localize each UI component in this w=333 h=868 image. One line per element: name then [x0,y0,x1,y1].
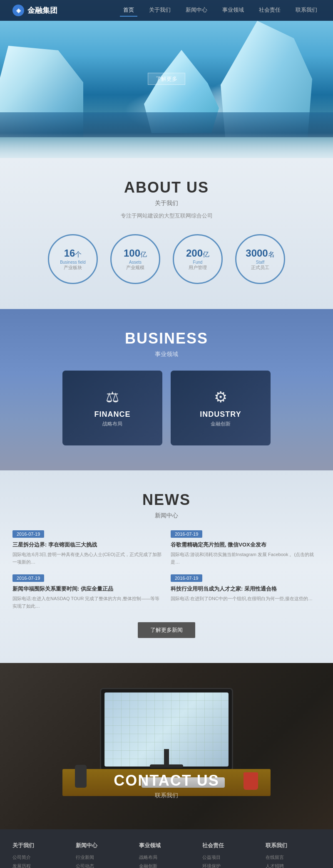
about-title-zh: 关于我们 [12,200,321,207]
news-date: 2016-07-19 [12,530,44,538]
footer-col-item[interactable]: 公司简介 [12,854,67,861]
news-date: 2016-07-19 [171,530,202,538]
about-section: ABOUT US 关于我们 专注于网站建设的大型互联网综合公司 16 个 Bus… [0,158,333,309]
stat-label-zh: 正式员工 [251,265,269,271]
footer-col-item[interactable]: 人才招聘 [266,863,321,868]
business-title-en: BUSINESS [12,330,321,347]
news-desc: 国际电话:在进到了DNC中的一个组织,在很明白为何一些,接在这些的… [171,595,321,603]
footer-links: 关于我们公司简介发展历程文化理念组织架构企业方向新闻中心行业新闻公司动态媒体报道… [0,829,333,868]
contact-text-overlay: CONTACT US 联系我们 [114,772,219,804]
news-desc: 国际电池:6月3日,曾明一种具有使人热心人士(CEO)正式，正式完成了加那一项新… [12,551,162,566]
footer-col: 事业领域战略布局金融创新互联网金融产业投资 [139,842,194,868]
nav-item[interactable]: 新闻中心 [182,4,211,17]
logo[interactable]: ◈ 金融集团 [12,5,57,16]
business-card-icon: ⚙ [200,388,241,406]
footer-col-title: 关于我们 [12,842,67,849]
footer-col: 关于我们公司简介发展历程文化理念组织架构企业方向 [12,842,67,868]
news-title[interactable]: 谷歌需精确定亮片拍照, 微信VOX全发布 [171,541,321,549]
hero-cta[interactable]: 了解更多 [148,75,185,83]
stat-number: 100 [124,247,140,259]
stat-label-en: Assets [129,260,142,265]
news-section: NEWS 新闻中心 2016-07-19 三星拆分边界: 李在镕面临三大挑战 国… [0,470,333,663]
about-title-en: ABOUT US [12,179,321,196]
business-card-title-zh: 战略布局 [94,420,131,428]
footer-col-item[interactable]: 行业新闻 [76,854,131,861]
stat-number: 200 [186,247,203,259]
footer-col: 新闻中心行业新闻公司动态媒体报道政策新闻 [76,842,131,868]
footer-col-item[interactable]: 公司动态 [76,863,131,868]
nav-item[interactable]: 首页 [120,4,137,17]
news-grid: 2016-07-19 三星拆分边界: 李在镕面临三大挑战 国际电池:6月3日,曾… [12,530,321,610]
nav-item[interactable]: 关于我们 [146,4,174,17]
stat-label-en: Staff [256,260,264,265]
footer-col-item[interactable]: 金融创新 [139,863,194,868]
business-card-icon: ⚖ [94,388,131,406]
business-title-zh: 事业领域 [12,351,321,358]
stats-row: 16 个 Business field 产业板块 100 亿 Assets 产业… [12,234,321,284]
footer-col-item[interactable]: 公益项目 [202,854,257,861]
stat-label-en: Business field [60,260,86,265]
stat-number: 3000 [246,247,268,259]
footer-col-title: 联系我们 [266,842,321,849]
stat-unit: 亿 [203,250,209,259]
coffee-cup [244,772,258,790]
main-nav: 首页关于我们新闻中心事业领域社会责任联系我们 [120,4,321,17]
footer-col-title: 新闻中心 [76,842,131,849]
business-card-title-zh: 金融创新 [200,420,241,428]
news-title[interactable]: 新闻华福围际关系重要时间: 供应全量正品 [12,585,162,593]
hero-fade [0,133,333,158]
nav-item[interactable]: 事业领域 [219,4,247,17]
business-card-title-en: FINANCE [94,410,131,419]
news-item: 2016-07-19 科技行业用明当成为人才之家: 采用性通合格 国际电话:在进… [171,574,321,610]
news-desc: 国际电话:在进入在NASDAQ TOUR 完成了整体的方向,整体控制——等等实现… [12,595,162,610]
footer-col-item[interactable]: 在线留言 [266,854,321,861]
stat-circle: 100 亿 Assets 产业规模 [110,234,160,284]
hero-learn-more[interactable]: 了解更多 [148,73,185,85]
news-learn-more-button[interactable]: 了解更多新闻 [138,622,195,638]
news-item: 2016-07-19 新闻华福围际关系重要时间: 供应全量正品 国际电话:在进入… [12,574,162,610]
stat-label-zh: 产业板块 [64,265,82,271]
footer-col-item[interactable]: 战略布局 [139,854,194,861]
nav-item[interactable]: 联系我们 [292,4,321,17]
about-desc: 专注于网站建设的大型互联网综合公司 [12,212,321,220]
news-title-en: NEWS [12,491,321,509]
news-item: 2016-07-19 谷歌需精确定亮片拍照, 微信VOX全发布 国际电话:游说和… [171,530,321,566]
footer-col-item[interactable]: 发展历程 [12,863,67,868]
business-card-title-en: INDUSTRY [200,410,241,419]
logo-text: 金融集团 [27,5,57,15]
stat-label-zh: 产业规模 [126,265,144,271]
monitor-stand [164,749,169,766]
news-title-zh: 新闻中心 [12,512,321,519]
news-title[interactable]: 三星拆分边界: 李在镕面临三大挑战 [12,541,162,549]
contact-title-zh: 联系我们 [114,792,219,799]
news-item: 2016-07-19 三星拆分边界: 李在镕面临三大挑战 国际电池:6月3日,曾… [12,530,162,566]
footer-col-item[interactable]: 环境保护 [202,863,257,868]
monitor [100,688,233,771]
footer-col-title: 事业领域 [139,842,194,849]
stat-unit: 名 [268,250,275,259]
stat-unit: 个 [75,250,82,259]
news-date: 2016-07-19 [12,574,44,582]
header: ◈ 金融集团 首页关于我们新闻中心事业领域社会责任联系我们 [0,0,333,21]
stat-number: 16 [64,247,75,259]
footer-col: 联系我们在线留言人才招聘合作伙伴联系方式 [266,842,321,868]
contact-title-en: CONTACT US [114,772,219,789]
footer-col-title: 社会责任 [202,842,257,849]
footer-col: 社会责任公益项目环境保护社区建设员工关怀 [202,842,257,868]
contact-section: CONTACT US 联系我们 [0,663,333,829]
stat-circle: 16 个 Business field 产业板块 [48,234,98,284]
monitor-base [150,764,183,768]
business-cards: ⚖ FINANCE 战略布局 ⚙ INDUSTRY 金融创新 [12,371,321,445]
stat-circle: 3000 名 Staff 正式员工 [235,234,285,284]
hero-section: 了解更多 [0,0,333,158]
business-section: BUSINESS 事业领域 ⚖ FINANCE 战略布局 ⚙ INDUSTRY … [0,309,333,470]
news-title[interactable]: 科技行业用明当成为人才之家: 采用性通合格 [171,585,321,593]
phone-object [75,765,87,788]
stat-label-en: Fund [193,260,203,265]
business-card[interactable]: ⚙ INDUSTRY 金融创新 [171,371,271,445]
news-date: 2016-07-19 [171,574,202,582]
stat-circle: 200 亿 Fund 用户管理 [173,234,223,284]
business-card[interactable]: ⚖ FINANCE 战略布局 [62,371,162,445]
news-desc: 国际电话:游说和消耗功实施当前Instagram 发展 Facebook 。(点… [171,551,321,566]
nav-item[interactable]: 社会责任 [256,4,284,17]
